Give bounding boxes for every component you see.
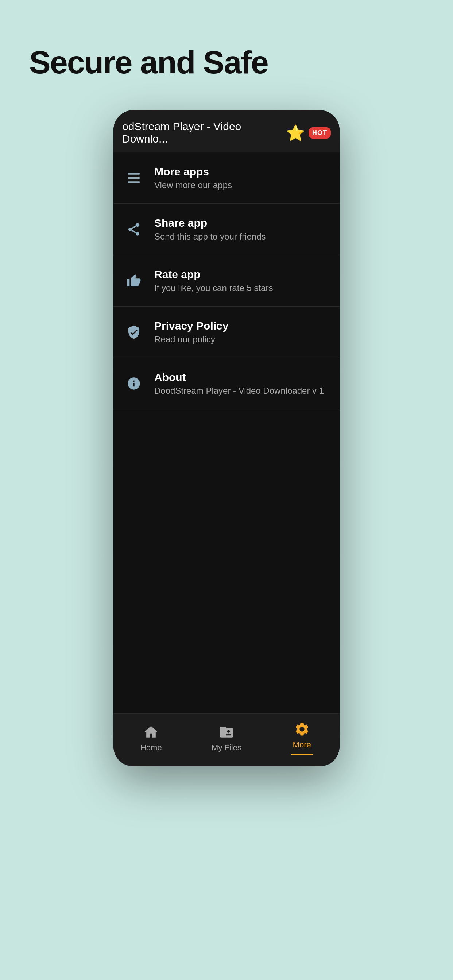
svg-line-7: [132, 226, 136, 229]
svg-point-5: [136, 232, 139, 235]
menu-item-about[interactable]: About DoodStream Player - Video Download…: [113, 358, 340, 409]
menu-title-about: About: [154, 371, 324, 383]
app-header: odStream Player - Video Downlo... ⭐ HOT: [113, 110, 340, 153]
share-icon: [124, 220, 144, 239]
menu-hamburger-icon: [124, 169, 144, 188]
nav-item-more[interactable]: More: [264, 721, 340, 756]
star-icon: ⭐: [286, 124, 305, 142]
menu-title-more-apps: More apps: [154, 165, 232, 178]
menu-text-privacy-policy: Privacy Policy Read our policy: [154, 320, 228, 345]
menu-text-rate-app: Rate app If you like, you can rate 5 sta…: [154, 268, 273, 293]
nav-item-my-files[interactable]: My Files: [189, 724, 265, 752]
shield-check-icon: [124, 323, 144, 342]
thumbsup-icon: [124, 271, 144, 290]
svg-point-4: [128, 228, 132, 231]
nav-active-indicator: [291, 754, 313, 756]
phone-mockup: odStream Player - Video Downlo... ⭐ HOT …: [113, 110, 340, 766]
menu-subtitle-about: DoodStream Player - Video Downloader v 1: [154, 386, 324, 396]
dark-fill-area: [113, 409, 340, 665]
nav-item-home[interactable]: Home: [113, 724, 189, 752]
menu-item-rate-app[interactable]: Rate app If you like, you can rate 5 sta…: [113, 255, 340, 307]
menu-text-more-apps: More apps View more our apps: [154, 165, 232, 190]
menu-subtitle-more-apps: View more our apps: [154, 180, 232, 190]
hot-badge: HOT: [309, 127, 331, 138]
menu-text-share-app: Share app Send this app to your friends: [154, 217, 266, 242]
menu-item-share-app[interactable]: Share app Send this app to your friends: [113, 204, 340, 255]
page-title: Secure and Safe: [29, 44, 268, 81]
svg-rect-0: [128, 173, 140, 175]
menu-title-rate-app: Rate app: [154, 268, 273, 281]
menu-subtitle-share-app: Send this app to your friends: [154, 232, 266, 242]
menu-subtitle-privacy-policy: Read our policy: [154, 334, 228, 345]
svg-rect-2: [128, 181, 140, 183]
nav-label-my-files: My Files: [212, 743, 241, 752]
bottom-navigation: Home My Files More: [113, 713, 340, 766]
menu-title-share-app: Share app: [154, 217, 266, 229]
menu-title-privacy-policy: Privacy Policy: [154, 320, 228, 332]
nav-label-more: More: [293, 740, 311, 749]
header-icons: ⭐ HOT: [286, 124, 331, 142]
info-icon: [124, 374, 144, 393]
nav-label-home: Home: [140, 743, 162, 752]
menu-item-more-apps[interactable]: More apps View more our apps: [113, 153, 340, 204]
menu-subtitle-rate-app: If you like, you can rate 5 stars: [154, 283, 273, 293]
app-title: odStream Player - Video Downlo...: [122, 120, 286, 145]
menu-item-privacy-policy[interactable]: Privacy Policy Read our policy: [113, 307, 340, 358]
menu-text-about: About DoodStream Player - Video Download…: [154, 371, 324, 396]
svg-rect-1: [128, 177, 140, 179]
svg-line-6: [132, 231, 136, 233]
svg-point-3: [136, 223, 139, 227]
menu-list: More apps View more our apps Share app S…: [113, 153, 340, 713]
